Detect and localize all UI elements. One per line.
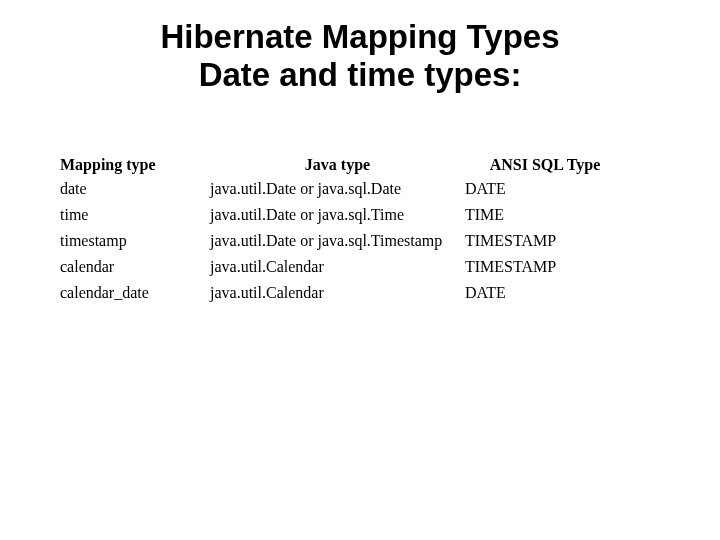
table-row: calendar_date java.util.Calendar DATE [60,280,625,306]
cell-ansi-sql-type: TIMESTAMP [465,254,625,280]
table-container: Mapping type Java type ANSI SQL Type dat… [0,154,720,306]
cell-java-type: java.util.Date or java.sql.Date [210,176,465,202]
table-row: calendar java.util.Calendar TIMESTAMP [60,254,625,280]
table-row: date java.util.Date or java.sql.Date DAT… [60,176,625,202]
col-header-ansi-sql-type: ANSI SQL Type [465,154,625,176]
cell-ansi-sql-type: DATE [465,280,625,306]
cell-java-type: java.util.Calendar [210,254,465,280]
table-row: time java.util.Date or java.sql.Time TIM… [60,202,625,228]
cell-mapping-type: calendar [60,254,210,280]
title-line1: Hibernate Mapping Types [0,18,720,56]
table-header-row: Mapping type Java type ANSI SQL Type [60,154,625,176]
cell-java-type: java.util.Date or java.sql.Timestamp [210,228,465,254]
cell-mapping-type: time [60,202,210,228]
cell-mapping-type: date [60,176,210,202]
cell-ansi-sql-type: TIME [465,202,625,228]
cell-mapping-type: timestamp [60,228,210,254]
cell-ansi-sql-type: DATE [465,176,625,202]
col-header-java-type: Java type [210,154,465,176]
cell-java-type: java.util.Date or java.sql.Time [210,202,465,228]
col-header-mapping-type: Mapping type [60,154,210,176]
title-line2: Date and time types: [0,56,720,94]
cell-mapping-type: calendar_date [60,280,210,306]
table-row: timestamp java.util.Date or java.sql.Tim… [60,228,625,254]
cell-ansi-sql-type: TIMESTAMP [465,228,625,254]
cell-java-type: java.util.Calendar [210,280,465,306]
mapping-types-table: Mapping type Java type ANSI SQL Type dat… [60,154,625,306]
slide-title: Hibernate Mapping Types Date and time ty… [0,18,720,94]
